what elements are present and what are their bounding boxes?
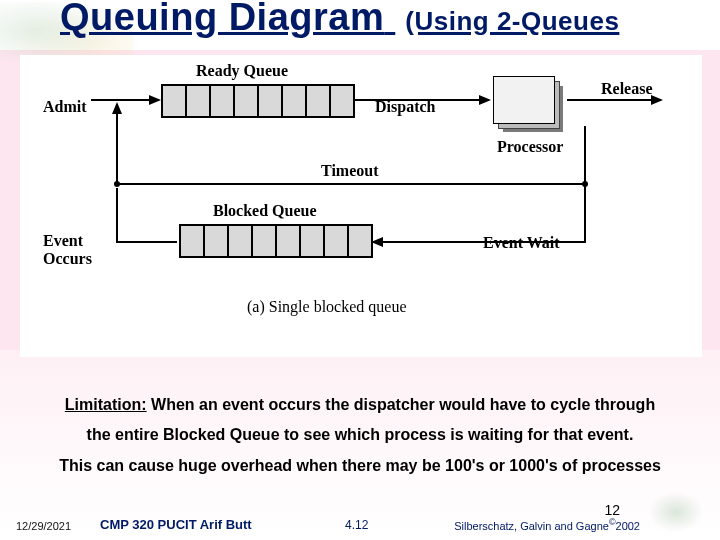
diagram-arrows [21, 56, 701, 356]
title-main: Queuing Diagram [60, 0, 384, 38]
slide: Queuing Diagram (Using 2-Queues Admit Re… [0, 0, 720, 540]
limitation-line1: When an event occurs the dispatcher woul… [147, 396, 656, 413]
footer-credits: Silberschatz, Galvin and Gagne©2002 [454, 517, 640, 532]
footer: 12 12/29/2021 CMP 320 PUCIT Arif Butt 4.… [0, 504, 720, 534]
limitation-label: Limitation: [65, 396, 147, 413]
copyright-icon: © [609, 517, 616, 527]
footer-course: CMP 320 PUCIT Arif Butt [100, 517, 252, 532]
queuing-diagram: Admit Ready Queue Dispatch Processor Rel… [20, 55, 702, 357]
footer-credits-post: 2002 [616, 520, 640, 532]
slide-number: 12 [604, 502, 620, 518]
footer-credits-pre: Silberschatz, Galvin and Gagne [454, 520, 609, 532]
footer-page: 4.12 [345, 518, 368, 532]
limitation-paragraph: Limitation: When an event occurs the dis… [10, 390, 710, 481]
page-title: Queuing Diagram (Using 2-Queues [60, 0, 619, 39]
svg-point-5 [114, 181, 120, 187]
title-sub: (Using 2-Queues [405, 6, 619, 36]
footer-date: 12/29/2021 [16, 520, 71, 532]
limitation-line3: This can cause huge overhead when there … [59, 457, 661, 474]
limitation-line2: the entire Blocked Queue to see which pr… [87, 426, 634, 443]
